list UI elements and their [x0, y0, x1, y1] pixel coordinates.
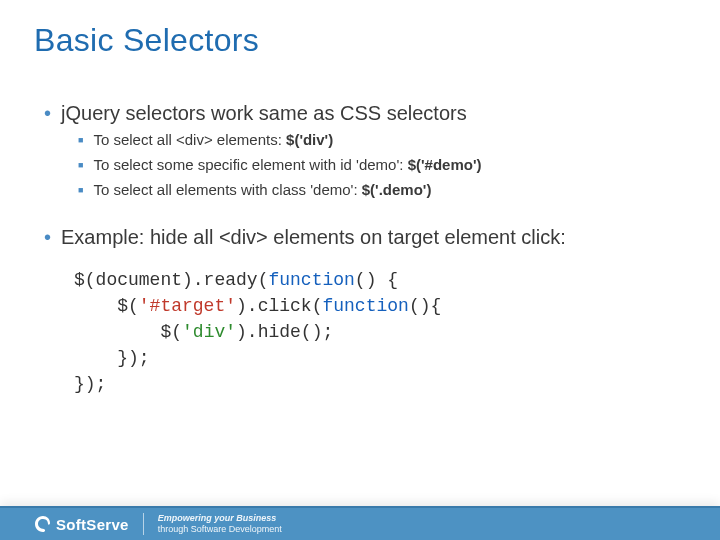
code-string: 'div'	[182, 322, 236, 342]
sub-text: To select all <div> elements: $('div')	[93, 129, 333, 151]
slide-title: Basic Selectors	[0, 0, 720, 59]
bullet-text: jQuery selectors work same as CSS select…	[61, 99, 467, 127]
sub-bold: $('div')	[286, 131, 333, 148]
code-keyword: function	[268, 270, 354, 290]
code-text: () {	[355, 270, 398, 290]
code-text: });	[74, 348, 150, 368]
sub-text: To select some specific element with id …	[93, 154, 481, 176]
sub-bold: $('#demo')	[408, 156, 482, 173]
sub-pre: To select some specific element with id …	[93, 156, 407, 173]
sub-bullet-icon: ■	[78, 179, 83, 201]
tagline-line1: Empowering your Business	[158, 513, 282, 524]
code-text: });	[74, 374, 106, 394]
code-string: '#target'	[139, 296, 236, 316]
code-text: $(	[74, 322, 182, 342]
brand-tagline: Empowering your Business through Softwar…	[158, 513, 282, 535]
sub-item: ■ To select all <div> elements: $('div')	[78, 129, 686, 151]
sub-bullet-icon: ■	[78, 154, 83, 176]
sub-item: ■ To select some specific element with i…	[78, 154, 686, 176]
sub-bullet-icon: ■	[78, 129, 83, 151]
bullet-dot-icon: •	[44, 99, 51, 127]
sub-item: ■ To select all elements with class 'dem…	[78, 179, 686, 201]
sub-pre: To select all <div> elements:	[93, 131, 286, 148]
code-example: $(document).ready(function() { $('#targe…	[44, 267, 686, 397]
code-text: (){	[409, 296, 441, 316]
footer-divider	[143, 513, 144, 535]
footer-bar: SoftServe Empowering your Business throu…	[0, 506, 720, 540]
bullet-dot-icon: •	[44, 223, 51, 251]
bullet-text: Example: hide all <div> elements on targ…	[61, 223, 566, 251]
slide-content: • jQuery selectors work same as CSS sele…	[0, 59, 720, 397]
code-text: $(	[74, 296, 139, 316]
brand-name: SoftServe	[56, 516, 129, 533]
code-text: $(document).ready(	[74, 270, 268, 290]
bullet-item: • Example: hide all <div> elements on ta…	[44, 223, 686, 251]
code-text: ).hide();	[236, 322, 333, 342]
sub-bold: $('.demo')	[362, 181, 432, 198]
brand-logo: SoftServe	[34, 515, 129, 533]
code-keyword: function	[322, 296, 408, 316]
code-text: ).click(	[236, 296, 322, 316]
sub-text: To select all elements with class 'demo'…	[93, 179, 431, 201]
tagline-line2: through Software Development	[158, 524, 282, 535]
brand-swirl-icon	[34, 515, 52, 533]
sub-list: ■ To select all <div> elements: $('div')…	[44, 129, 686, 201]
sub-pre: To select all elements with class 'demo'…	[93, 181, 361, 198]
bullet-item: • jQuery selectors work same as CSS sele…	[44, 99, 686, 127]
